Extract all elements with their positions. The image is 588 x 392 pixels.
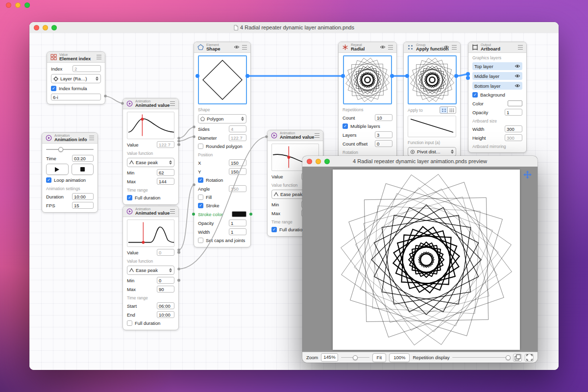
min-field[interactable]: 62 [157, 169, 174, 176]
minimize-icon[interactable] [316, 159, 321, 164]
loop-animation-checkbox[interactable]: ✓ [46, 177, 51, 183]
stroke-checkbox[interactable]: ✓ [198, 203, 203, 208]
input-port[interactable] [192, 213, 195, 216]
background-color-swatch[interactable] [508, 100, 522, 106]
minimize-icon[interactable] [15, 2, 21, 8]
shape-type-select[interactable]: Polygon [198, 114, 246, 123]
function-curve-preview[interactable] [408, 116, 456, 137]
slider-knob[interactable] [506, 355, 511, 360]
diameter-field[interactable]: 122.7 [229, 134, 246, 141]
radial-preview[interactable] [343, 55, 392, 104]
function-input-select[interactable]: Pivot dist… [408, 147, 456, 156]
slider-knob[interactable] [353, 355, 358, 360]
rotation-checkbox[interactable]: ✓ [198, 177, 203, 183]
value-function-select[interactable]: Ease peak [127, 266, 174, 275]
zoom-100-button[interactable]: 100% [389, 353, 410, 362]
rounded-polygon-checkbox[interactable] [198, 144, 203, 149]
duration-field[interactable]: 10:00 [72, 193, 94, 200]
preview-titlebar[interactable]: 4 Radial repeater dynamic layer animatio… [302, 156, 538, 167]
apply-mode-dots-icon[interactable] [448, 106, 456, 114]
value-curve-graph[interactable] [127, 220, 174, 247]
output-port[interactable] [177, 143, 180, 146]
output-port[interactable] [177, 279, 180, 282]
node-menu-icon[interactable] [89, 136, 94, 140]
node-header[interactable]: ValueElement index [47, 52, 105, 63]
apply-function-preview[interactable] [408, 55, 457, 104]
opacity-field[interactable]: 1 [505, 109, 522, 116]
play-button[interactable] [46, 164, 69, 175]
apply-to-segmented-control[interactable] [440, 106, 456, 114]
value-field[interactable]: 122.7 [157, 141, 174, 148]
node-radial[interactable]: RepeatRadial Repetitions Count10 ✓Multip… [338, 42, 397, 168]
close-icon[interactable] [6, 2, 11, 8]
zoom-window-icon[interactable] [51, 25, 57, 30]
width-field[interactable]: 1 [229, 228, 246, 235]
start-field[interactable]: 06:00 [157, 302, 174, 309]
fullscreen-icon[interactable] [525, 354, 534, 362]
node-header[interactable]: ElementShape [194, 42, 250, 53]
node-menu-icon[interactable] [170, 209, 175, 214]
node-animated-value-top[interactable]: AnimationAnimated value Value122.7 Value… [122, 98, 179, 205]
repetition-layers-icon[interactable] [513, 354, 522, 362]
time-slider[interactable] [46, 147, 94, 152]
node-apply-function[interactable]: GroupApply function Apply to [403, 42, 461, 168]
shape-preview[interactable] [198, 55, 247, 104]
node-menu-icon[interactable] [170, 101, 175, 106]
node-menu-icon[interactable] [452, 45, 457, 49]
apply-mode-grid-icon[interactable] [440, 106, 448, 114]
zoom-window-icon[interactable] [24, 2, 30, 8]
visibility-eye-icon[interactable] [514, 74, 520, 79]
main-titlebar[interactable]: 4 Radial repeater dynamic layer animatio… [29, 22, 559, 33]
stroke-color-swatch[interactable] [232, 211, 246, 217]
layer-select[interactable]: Layer (Ra…) [51, 74, 101, 83]
visibility-eye-icon[interactable] [380, 45, 386, 50]
max-field[interactable]: 144 [157, 178, 174, 185]
min-field[interactable]: 0 [157, 277, 174, 284]
layer-row-middle[interactable]: Middle layer [472, 72, 522, 80]
zoom-value-field[interactable]: 145% [321, 353, 338, 362]
node-header[interactable]: AnimationAnimated value [123, 206, 178, 217]
node-artboard[interactable]: OutputArtboard Graphics layers Top layer… [468, 42, 527, 153]
background-checkbox[interactable]: ✓ [472, 92, 478, 98]
max-field[interactable]: 90 [157, 286, 174, 293]
height-field[interactable]: 300 [505, 134, 522, 141]
pan-move-icon[interactable] [523, 171, 532, 181]
slider-knob[interactable] [58, 147, 63, 152]
node-shape[interactable]: ElementShape Shape Polygon Sides4 D [194, 42, 251, 247]
visibility-eye-icon[interactable] [514, 64, 520, 69]
index-field[interactable]: 2 [73, 65, 101, 72]
fill-checkbox[interactable] [198, 195, 203, 200]
layer-row-top[interactable]: Top layer [472, 62, 522, 70]
time-field[interactable]: 03:20 [72, 155, 94, 162]
x-field[interactable]: 150 [229, 159, 246, 166]
zoom-window-icon[interactable] [324, 159, 330, 164]
node-header[interactable]: AnimationAnimation info [42, 133, 98, 144]
value-field[interactable]: 0 [157, 249, 174, 256]
full-duration-checkbox[interactable]: ✓ [127, 195, 132, 200]
visibility-eye-icon[interactable] [514, 83, 520, 89]
output-port[interactable] [249, 213, 252, 216]
end-field[interactable]: 10:00 [157, 311, 174, 318]
close-icon[interactable] [34, 25, 39, 30]
minimize-icon[interactable] [43, 25, 48, 30]
sides-field[interactable]: 4 [229, 125, 246, 132]
stop-button[interactable] [72, 164, 94, 175]
node-animated-value-bottom[interactable]: AnimationAnimated value Value0 Value fun… [122, 206, 179, 330]
value-function-select[interactable]: Ease peak [127, 158, 174, 167]
caps-joints-checkbox[interactable] [198, 238, 203, 243]
count-field[interactable]: 10 [375, 114, 392, 121]
node-menu-icon[interactable] [315, 133, 319, 138]
count-offset-field[interactable]: 0 [375, 140, 392, 147]
node-menu-icon[interactable] [97, 55, 101, 59]
opacity-field[interactable]: 1 [229, 220, 246, 226]
close-icon[interactable] [307, 159, 312, 164]
layers-field[interactable]: 3 [375, 131, 392, 138]
y-field[interactable]: 150 [229, 168, 246, 175]
node-header[interactable]: AnimationAnimated value [268, 130, 323, 141]
node-header[interactable]: AnimationAnimated value [123, 98, 178, 109]
background-window-traffic-lights[interactable] [6, 2, 30, 8]
node-animation-info[interactable]: AnimationAnimation info Time03:20 ✓Loop … [42, 132, 98, 213]
node-header[interactable]: GroupApply function [404, 42, 460, 53]
multiple-layers-checkbox[interactable]: ✓ [343, 123, 348, 129]
output-port[interactable] [177, 251, 180, 254]
